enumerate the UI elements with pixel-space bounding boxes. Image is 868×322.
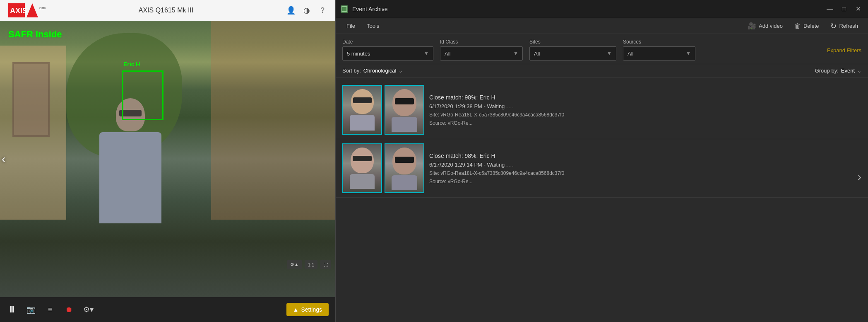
face-image-3 — [343, 144, 381, 192]
close-button[interactable]: ✕ — [853, 4, 863, 14]
refresh-button[interactable]: ↻ Refresh — [825, 19, 863, 33]
user-icon[interactable]: 👤 — [286, 6, 296, 15]
ratio-btn[interactable]: 1:1 — [305, 260, 317, 269]
event-match-1: Close match: 98%: Eric H — [429, 94, 861, 101]
group-value: Event — [841, 68, 855, 74]
idclass-dropdown-arrow: ▼ — [513, 51, 518, 56]
menu-tools[interactable]: Tools — [361, 20, 385, 31]
menu-file[interactable]: File — [341, 20, 361, 31]
filter-date-group: Date 5 minutes ▼ — [342, 39, 433, 61]
event-source-2: Source: vRGo-Re... — [429, 179, 861, 184]
minimize-button[interactable]: — — [825, 4, 835, 14]
thumbnail-3 — [342, 143, 382, 193]
filter-date-label: Date — [342, 39, 433, 45]
svg-rect-5 — [343, 7, 346, 11]
refresh-icon: ↻ — [830, 22, 837, 31]
filter-idclass-select[interactable]: All ▼ — [440, 46, 523, 61]
settings-btn-label: Settings — [301, 306, 322, 313]
face-detection-box: Eric H — [122, 70, 164, 120]
settings-panel-button[interactable]: ▲ Settings — [286, 303, 329, 316]
safr-label: SAFR Inside — [8, 29, 62, 40]
event-source-1: Source: vRGo-Re... — [429, 120, 861, 126]
events-list: Close match: 98%: Eric H 6/17/2020 1:29:… — [336, 77, 868, 322]
archive-app-icon — [341, 5, 348, 13]
filter-sources-value: All — [628, 51, 633, 57]
filter-sources-select[interactable]: All ▼ — [623, 46, 695, 61]
sort-group-bar: Sort by: Chronological ⌄ Group by: Event… — [336, 64, 868, 77]
filter-idclass-label: Id Class — [440, 39, 523, 45]
thumbnail-2 — [385, 85, 424, 135]
event-site-1: Site: vRGo-Rea18L-X-c5a7385c809e46c9a4ca… — [429, 112, 861, 118]
event-site-2: Site: vRGo-Rea18L-X-c5a7385c809e46c9a4ca… — [429, 170, 861, 176]
gear-overlay-btn[interactable]: ⚙▲ — [287, 260, 302, 269]
fullscreen-btn[interactable]: ⛶ — [320, 260, 331, 269]
thumbnail-1 — [342, 85, 382, 135]
contrast-icon[interactable]: ◑ — [302, 6, 311, 15]
filter-sites-select[interactable]: All ▼ — [529, 46, 616, 61]
group-by-label: Group by: — [815, 68, 839, 74]
thumbnail-4 — [385, 143, 424, 193]
window-controls: — □ ✕ — [825, 4, 863, 14]
snapshot-button[interactable]: 📷 — [26, 304, 36, 315]
sort-value: Chronological — [363, 68, 397, 74]
scroll-right-arrow[interactable]: › — [858, 170, 861, 184]
sort-by-label: Sort by: — [342, 68, 361, 74]
camera-titlebar: AXIS COMMUNICATIONS AXIS Q1615 Mk III 👤 … — [0, 0, 335, 21]
camera-titlebar-icons: 👤 ◑ ? — [286, 6, 327, 15]
delete-button[interactable]: 🗑 Delete — [789, 20, 824, 32]
add-video-button[interactable]: 🎥 Add video — [743, 20, 788, 32]
nav-arrow-left[interactable]: ‹ — [2, 153, 5, 166]
video-camera-icon: 🎥 — [748, 22, 756, 30]
svg-text:COMMUNICATIONS: COMMUNICATIONS — [39, 6, 46, 10]
filter-sources-label: Sources — [623, 39, 695, 45]
settings-chevron-icon: ▲ — [293, 306, 299, 313]
event-time-2: 6/17/2020 1:29:14 PM - Waiting . . . — [429, 162, 861, 168]
toolbar-actions: 🎥 Add video 🗑 Delete ↻ Refresh — [743, 19, 863, 33]
event-time-1: 6/17/2020 1:29:38 PM - Waiting . . . — [429, 103, 861, 109]
trash-icon: 🗑 — [794, 22, 801, 30]
expand-filters-button[interactable]: Expand Filters — [827, 39, 861, 53]
camera-panel: AXIS COMMUNICATIONS AXIS Q1615 Mk III 👤 … — [0, 0, 335, 322]
play-pause-button[interactable]: ⏸ — [7, 304, 17, 315]
settings-cog-button[interactable]: ⚙▾ — [83, 304, 94, 315]
group-dropdown-arrow: ⌄ — [857, 68, 861, 74]
camera-video: Eric H SAFR Inside ‹ ⚙▲ 1:1 ⛶ — [0, 21, 335, 297]
event-item[interactable]: Close match: 98%: Eric H 6/17/2020 1:29:… — [336, 81, 868, 139]
event-item[interactable]: Close match: 98%: Eric H 6/17/2020 1:29:… — [336, 139, 868, 198]
delete-label: Delete — [803, 23, 819, 29]
group-by-controls[interactable]: Group by: Event ⌄ — [815, 68, 861, 74]
filter-sites-value: All — [534, 51, 540, 57]
camera-controls: ⏸ 📷 ≡ ⏺ ⚙▾ ▲ Settings — [0, 297, 335, 322]
filter-date-value: 5 minutes — [347, 51, 370, 57]
video-overlay-controls: ⚙▲ 1:1 ⛶ — [287, 260, 331, 269]
filter-section: Date 5 minutes ▼ Id Class All ▼ Sites Al… — [336, 34, 868, 64]
event-thumbnails-2 — [342, 143, 424, 193]
person-figure — [93, 98, 168, 264]
filter-sources-group: Sources All ▼ — [623, 39, 695, 61]
door-element — [12, 62, 50, 137]
help-icon[interactable]: ? — [318, 6, 327, 15]
filter-idclass-value: All — [445, 51, 450, 57]
face-detection-label: Eric H — [123, 61, 140, 68]
maximize-button[interactable]: □ — [839, 4, 849, 14]
axis-logo-svg: AXIS COMMUNICATIONS — [8, 3, 46, 17]
record-button[interactable]: ⏺ — [64, 304, 75, 315]
sources-dropdown-arrow: ▼ — [686, 51, 691, 56]
filter-date-select[interactable]: 5 minutes ▼ — [342, 46, 433, 61]
event-thumbnails — [342, 85, 424, 135]
record-layers-button[interactable]: ≡ — [45, 304, 55, 315]
date-dropdown-arrow: ▼ — [424, 51, 429, 56]
event-match-2: Close match: 98%: Eric H — [429, 153, 861, 159]
face-image-2 — [385, 86, 423, 134]
archive-title: Event Archive — [352, 6, 825, 12]
event-info-2: Close match: 98%: Eric H 6/17/2020 1:29:… — [429, 153, 861, 184]
svg-text:AXIS: AXIS — [10, 7, 27, 15]
event-info-1: Close match: 98%: Eric H 6/17/2020 1:29:… — [429, 94, 861, 126]
refresh-label: Refresh — [839, 23, 858, 29]
sort-controls[interactable]: Sort by: Chronological ⌄ — [342, 68, 403, 74]
filter-idclass-group: Id Class All ▼ — [440, 39, 523, 61]
person-body — [99, 132, 161, 223]
archive-menubar: File Tools 🎥 Add video 🗑 Delete ↻ Refres… — [336, 18, 868, 34]
camera-title: AXIS Q1615 Mk III — [139, 7, 194, 14]
archive-panel: Event Archive — □ ✕ File Tools 🎥 Add vid… — [335, 0, 868, 322]
